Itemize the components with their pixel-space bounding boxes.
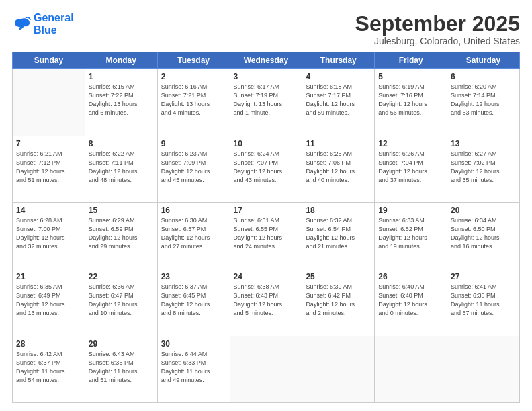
day-number: 23 <box>161 272 226 281</box>
day-number: 16 <box>161 205 226 215</box>
calendar-week-3: 21Sunrise: 6:35 AM Sunset: 6:49 PM Dayli… <box>13 269 520 336</box>
calendar-day: 6Sunrise: 6:20 AM Sunset: 7:14 PM Daylig… <box>447 69 520 136</box>
title-block: September 2025 Julesburg, Colorado, Unit… <box>355 12 520 46</box>
day-info: Sunrise: 6:27 AM Sunset: 7:02 PM Dayligh… <box>451 150 516 185</box>
calendar-day: 10Sunrise: 6:24 AM Sunset: 7:07 PM Dayli… <box>230 136 302 202</box>
day-info: Sunrise: 6:17 AM Sunset: 7:19 PM Dayligh… <box>234 83 299 118</box>
day-number: 10 <box>234 139 299 148</box>
day-info: Sunrise: 6:16 AM Sunset: 7:21 PM Dayligh… <box>161 83 226 118</box>
day-number: 12 <box>378 139 443 148</box>
day-number: 11 <box>306 139 371 148</box>
calendar-header-row: Sunday Monday Tuesday Wednesday Thursday… <box>13 52 520 69</box>
calendar-day <box>375 336 447 402</box>
day-number: 2 <box>161 72 226 81</box>
calendar-week-4: 28Sunrise: 6:42 AM Sunset: 6:37 PM Dayli… <box>13 336 520 402</box>
col-tuesday: Tuesday <box>157 52 230 69</box>
calendar-week-0: 1Sunrise: 6:15 AM Sunset: 7:22 PM Daylig… <box>13 69 520 136</box>
day-number: 3 <box>234 72 299 81</box>
day-number: 1 <box>89 72 154 81</box>
day-number: 6 <box>451 72 516 81</box>
calendar-day: 22Sunrise: 6:36 AM Sunset: 6:47 PM Dayli… <box>85 269 157 336</box>
day-number: 28 <box>16 339 81 349</box>
calendar-day: 13Sunrise: 6:27 AM Sunset: 7:02 PM Dayli… <box>447 136 520 202</box>
day-number: 14 <box>16 205 81 215</box>
calendar-day: 17Sunrise: 6:31 AM Sunset: 6:55 PM Dayli… <box>230 202 302 269</box>
day-info: Sunrise: 6:21 AM Sunset: 7:12 PM Dayligh… <box>16 150 81 185</box>
calendar-day: 30Sunrise: 6:44 AM Sunset: 6:33 PM Dayli… <box>157 336 230 402</box>
day-number: 8 <box>89 139 154 148</box>
day-number: 24 <box>234 272 299 281</box>
calendar-day: 2Sunrise: 6:16 AM Sunset: 7:21 PM Daylig… <box>157 69 230 136</box>
calendar-day: 11Sunrise: 6:25 AM Sunset: 7:06 PM Dayli… <box>302 136 375 202</box>
day-info: Sunrise: 6:38 AM Sunset: 6:43 PM Dayligh… <box>234 283 299 318</box>
day-number: 5 <box>378 72 443 81</box>
day-number: 26 <box>378 272 443 281</box>
day-info: Sunrise: 6:34 AM Sunset: 6:50 PM Dayligh… <box>451 216 516 251</box>
calendar-day: 27Sunrise: 6:41 AM Sunset: 6:38 PM Dayli… <box>447 269 520 336</box>
calendar-day: 7Sunrise: 6:21 AM Sunset: 7:12 PM Daylig… <box>13 136 85 202</box>
calendar-day: 3Sunrise: 6:17 AM Sunset: 7:19 PM Daylig… <box>230 69 302 136</box>
day-number: 21 <box>16 272 81 281</box>
day-info: Sunrise: 6:24 AM Sunset: 7:07 PM Dayligh… <box>234 150 299 185</box>
day-info: Sunrise: 6:31 AM Sunset: 6:55 PM Dayligh… <box>234 216 299 251</box>
calendar-day: 15Sunrise: 6:29 AM Sunset: 6:59 PM Dayli… <box>85 202 157 269</box>
month-title: September 2025 <box>355 12 520 36</box>
calendar-day: 12Sunrise: 6:26 AM Sunset: 7:04 PM Dayli… <box>375 136 447 202</box>
calendar-day: 5Sunrise: 6:19 AM Sunset: 7:16 PM Daylig… <box>375 69 447 136</box>
day-number: 27 <box>451 272 516 281</box>
calendar-day: 29Sunrise: 6:43 AM Sunset: 6:35 PM Dayli… <box>85 336 157 402</box>
day-number: 25 <box>306 272 371 281</box>
calendar-day: 4Sunrise: 6:18 AM Sunset: 7:17 PM Daylig… <box>302 69 375 136</box>
day-info: Sunrise: 6:25 AM Sunset: 7:06 PM Dayligh… <box>306 150 371 185</box>
day-info: Sunrise: 6:42 AM Sunset: 6:37 PM Dayligh… <box>16 350 81 385</box>
calendar-day <box>230 336 302 402</box>
header: General Blue September 2025 Julesburg, C… <box>12 12 520 46</box>
day-info: Sunrise: 6:20 AM Sunset: 7:14 PM Dayligh… <box>451 83 516 118</box>
page: General Blue September 2025 Julesburg, C… <box>0 0 532 411</box>
calendar-week-2: 14Sunrise: 6:28 AM Sunset: 7:00 PM Dayli… <box>13 202 520 269</box>
calendar-day: 16Sunrise: 6:30 AM Sunset: 6:57 PM Dayli… <box>157 202 230 269</box>
logo-text: General Blue <box>34 12 74 36</box>
logo: General Blue <box>12 12 74 36</box>
day-info: Sunrise: 6:28 AM Sunset: 7:00 PM Dayligh… <box>16 216 81 251</box>
day-number: 15 <box>89 205 154 215</box>
day-info: Sunrise: 6:29 AM Sunset: 6:59 PM Dayligh… <box>89 216 154 251</box>
calendar-day: 24Sunrise: 6:38 AM Sunset: 6:43 PM Dayli… <box>230 269 302 336</box>
calendar-day: 26Sunrise: 6:40 AM Sunset: 6:40 PM Dayli… <box>375 269 447 336</box>
day-info: Sunrise: 6:32 AM Sunset: 6:54 PM Dayligh… <box>306 216 371 251</box>
calendar-day: 23Sunrise: 6:37 AM Sunset: 6:45 PM Dayli… <box>157 269 230 336</box>
day-number: 7 <box>16 139 81 148</box>
calendar-day: 21Sunrise: 6:35 AM Sunset: 6:49 PM Dayli… <box>13 269 85 336</box>
day-info: Sunrise: 6:37 AM Sunset: 6:45 PM Dayligh… <box>161 283 226 318</box>
day-info: Sunrise: 6:19 AM Sunset: 7:16 PM Dayligh… <box>378 83 443 118</box>
col-wednesday: Wednesday <box>230 52 302 69</box>
col-friday: Friday <box>375 52 447 69</box>
day-number: 9 <box>161 139 226 148</box>
col-sunday: Sunday <box>13 52 85 69</box>
calendar-day: 1Sunrise: 6:15 AM Sunset: 7:22 PM Daylig… <box>85 69 157 136</box>
day-info: Sunrise: 6:15 AM Sunset: 7:22 PM Dayligh… <box>89 83 154 118</box>
day-number: 13 <box>451 139 516 148</box>
day-info: Sunrise: 6:33 AM Sunset: 6:52 PM Dayligh… <box>378 216 443 251</box>
calendar-day: 8Sunrise: 6:22 AM Sunset: 7:11 PM Daylig… <box>85 136 157 202</box>
day-number: 4 <box>306 72 371 81</box>
day-info: Sunrise: 6:18 AM Sunset: 7:17 PM Dayligh… <box>306 83 371 118</box>
col-thursday: Thursday <box>302 52 375 69</box>
day-info: Sunrise: 6:26 AM Sunset: 7:04 PM Dayligh… <box>378 150 443 185</box>
logo-icon <box>12 16 31 32</box>
calendar-day: 18Sunrise: 6:32 AM Sunset: 6:54 PM Dayli… <box>302 202 375 269</box>
col-monday: Monday <box>85 52 157 69</box>
day-info: Sunrise: 6:39 AM Sunset: 6:42 PM Dayligh… <box>306 283 371 318</box>
day-info: Sunrise: 6:36 AM Sunset: 6:47 PM Dayligh… <box>89 283 154 318</box>
calendar-day <box>302 336 375 402</box>
day-info: Sunrise: 6:23 AM Sunset: 7:09 PM Dayligh… <box>161 150 226 185</box>
day-info: Sunrise: 6:30 AM Sunset: 6:57 PM Dayligh… <box>161 216 226 251</box>
calendar: Sunday Monday Tuesday Wednesday Thursday… <box>12 52 520 403</box>
day-info: Sunrise: 6:44 AM Sunset: 6:33 PM Dayligh… <box>161 350 226 385</box>
day-number: 19 <box>378 205 443 215</box>
calendar-day: 25Sunrise: 6:39 AM Sunset: 6:42 PM Dayli… <box>302 269 375 336</box>
day-number: 17 <box>234 205 299 215</box>
calendar-week-1: 7Sunrise: 6:21 AM Sunset: 7:12 PM Daylig… <box>13 136 520 202</box>
calendar-day: 20Sunrise: 6:34 AM Sunset: 6:50 PM Dayli… <box>447 202 520 269</box>
day-number: 20 <box>451 205 516 215</box>
